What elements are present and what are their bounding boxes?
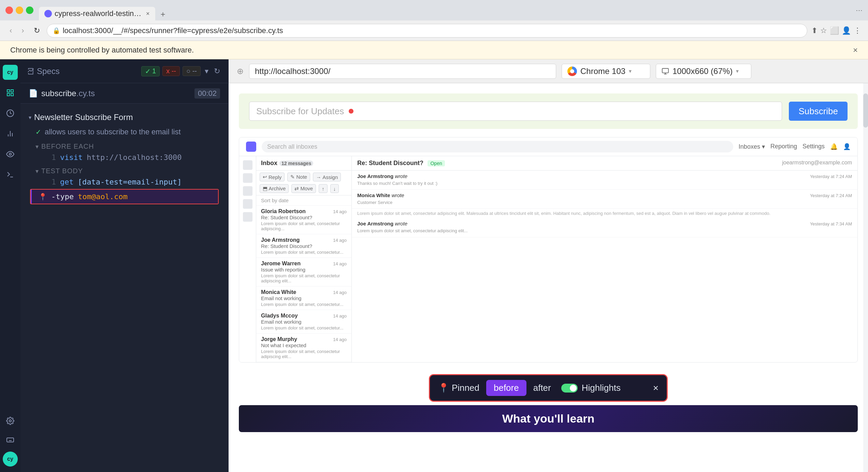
- test-content: ▾ Newsletter Subscribe Form ✓ allows use…: [20, 104, 228, 472]
- active-tab[interactable]: cypress-realworld-testing-cou ×: [39, 7, 155, 20]
- ec-icon-2[interactable]: [243, 173, 252, 183]
- ec-icon-1[interactable]: [243, 160, 252, 170]
- line-num-2: 1: [46, 178, 56, 186]
- before-button[interactable]: before: [486, 380, 526, 396]
- minimize-traffic-light[interactable]: [16, 6, 23, 14]
- move-action[interactable]: ⇄ Move: [291, 184, 316, 193]
- assign-action[interactable]: → Assign: [313, 173, 341, 181]
- pending-badge: ○ --: [183, 66, 201, 76]
- ec-thread-header: Re: Student Discount? Open joearmstrong@…: [352, 156, 857, 171]
- refresh-button[interactable]: ↻: [31, 25, 43, 36]
- ec-search[interactable]: Search all inboxes: [262, 141, 733, 152]
- inbox-item-1[interactable]: Joe Armstrong 14 ago Re: Student Discoun…: [256, 234, 351, 258]
- expand-button[interactable]: ⋯: [856, 6, 863, 14]
- inbox-item-5[interactable]: Jorge Murphy 14 ago Not what I expected …: [256, 334, 351, 362]
- menu-button[interactable]: ⋮: [854, 26, 861, 35]
- profile-button[interactable]: 👤: [842, 26, 851, 35]
- ec-icon-4[interactable]: [243, 199, 252, 209]
- active-line-container: 📍 -type tom@aol.com: [30, 189, 219, 204]
- inbox-count: 12 messages: [279, 161, 313, 166]
- pinned-close-button[interactable]: ×: [653, 383, 659, 394]
- get-keyword: get: [60, 178, 74, 186]
- highlights-toggle[interactable]: [561, 384, 578, 393]
- specs-label-text: Specs: [37, 67, 60, 76]
- info-bar: Chrome is being controlled by automated …: [0, 41, 868, 59]
- scrollbar-thumb[interactable]: [863, 93, 868, 128]
- cypress-logo: cy: [3, 65, 18, 80]
- ec-icon-3[interactable]: [243, 186, 252, 196]
- inbox-item-3-time: 14 ago: [333, 290, 347, 295]
- browser-selector[interactable]: Chrome 103 ▾: [562, 64, 650, 79]
- share-button[interactable]: ⬆: [811, 26, 818, 35]
- ec-nav-reporting[interactable]: Reporting: [770, 143, 797, 150]
- sidebar-item-stats[interactable]: [3, 126, 18, 141]
- resolution-dropdown-icon: ▾: [736, 68, 739, 74]
- resolution-selector[interactable]: 1000x660 (67%) ▾: [656, 64, 751, 79]
- sidebar-toggle-button[interactable]: ⬜: [830, 26, 839, 35]
- ec-profile-avatar[interactable]: 👤: [843, 143, 851, 150]
- scrollbar[interactable]: [863, 83, 868, 472]
- ec-thread: Re: Student Discount? Open joearmstrong@…: [352, 156, 857, 362]
- suite-chevron: ▾: [29, 114, 31, 121]
- down-action[interactable]: ↓: [330, 184, 339, 193]
- close-traffic-light[interactable]: [5, 6, 13, 14]
- subscribe-input[interactable]: Subscribe for Updates: [249, 102, 782, 121]
- maximize-traffic-light[interactable]: [26, 6, 33, 14]
- ec-icon-5[interactable]: [243, 212, 252, 222]
- monitor-icon: [662, 68, 669, 75]
- inbox-item-3-name: Monica White: [261, 289, 296, 295]
- svg-point-10: [9, 420, 11, 422]
- refresh-test-button[interactable]: ↻: [213, 65, 221, 77]
- suite-header: ▾ Newsletter Subscribe Form: [26, 109, 223, 126]
- reply-label: Reply: [269, 174, 281, 180]
- archive-action[interactable]: ⬒ Archive: [260, 184, 289, 193]
- inbox-item-2[interactable]: Jerome Warren 14 ago Issue with reportin…: [256, 258, 351, 286]
- inbox-item-3[interactable]: Monica White 14 ago Email not working Lo…: [256, 286, 351, 310]
- what-learn-section: What you'll learn: [239, 405, 858, 432]
- sidebar-item-settings[interactable]: [3, 413, 18, 428]
- sidebar-item-keyboard[interactable]: [3, 432, 18, 447]
- sidebar-item-watch[interactable]: [3, 147, 18, 162]
- assign-label: Assign: [322, 174, 338, 180]
- address-bar[interactable]: 🔒 localhost:3000/__/#/specs/runner?file=…: [47, 24, 807, 38]
- required-dot: [349, 109, 353, 114]
- ec-nav-items: Inboxes ▾ Reporting Settings 🔔 👤: [739, 143, 851, 150]
- subscribe-button[interactable]: Subscribe: [789, 102, 848, 121]
- nav-actions: ⬆ ☆ ⬜ 👤 ⋮: [811, 26, 861, 35]
- file-bar: 📄 subscribe .cy.ts 00:02: [20, 83, 228, 104]
- back-button[interactable]: ‹: [7, 25, 15, 36]
- sidebar-item-file[interactable]: [3, 167, 18, 182]
- ec-body: Inbox 12 messages ↩ Reply ✎ Note → Assig…: [239, 156, 857, 362]
- sidebar-item-runs[interactable]: [3, 106, 18, 121]
- after-button[interactable]: after: [533, 383, 551, 393]
- new-tab-button[interactable]: +: [157, 8, 170, 20]
- dropdown-button[interactable]: ▾: [203, 65, 210, 77]
- inbox-item-5-preview: Lorem ipsum dolor sit amet, consectetur …: [261, 349, 347, 359]
- info-close-button[interactable]: ×: [853, 45, 858, 55]
- ec-nav-inboxes[interactable]: Inboxes ▾: [739, 143, 765, 150]
- what-learn-text: What you'll learn: [502, 412, 595, 425]
- tab-close-button[interactable]: ×: [146, 10, 150, 17]
- ec-notification-bell[interactable]: 🔔: [830, 143, 838, 150]
- thread-email: joearmstrong@example.com: [782, 160, 852, 166]
- up-action[interactable]: ↑: [319, 184, 328, 193]
- note-action[interactable]: ✎ Note: [287, 173, 310, 181]
- ec-header: Search all inboxes Inboxes ▾ Reporting S…: [239, 137, 857, 156]
- forward-button[interactable]: ›: [19, 25, 27, 36]
- inbox-item-0[interactable]: Gloria Robertson 14 ago Re: Student Disc…: [256, 206, 351, 234]
- inbox-item-3-subject: Email not working: [261, 295, 347, 301]
- browser-preview: ⊕ http://localhost:3000/ Chrome 103 ▾ 10…: [229, 59, 868, 472]
- sidebar-item-dashboard[interactable]: [3, 85, 18, 100]
- svg-rect-17: [662, 68, 668, 73]
- ec-nav-settings[interactable]: Settings: [802, 143, 825, 150]
- type-keyword: -type: [51, 192, 74, 201]
- reply-action[interactable]: ↩ Reply: [260, 173, 285, 181]
- inbox-item-4-preview: Lorem ipsum dolor sit amet, consectetur.…: [261, 325, 347, 330]
- sidebar-item-cy-logo-bottom[interactable]: cy: [3, 452, 18, 467]
- inbox-item-4[interactable]: Gladys Mccoy 14 ago Email not working Lo…: [256, 310, 351, 334]
- preview-url-bar[interactable]: http://localhost:3000/: [249, 64, 556, 79]
- bookmark-button[interactable]: ☆: [820, 26, 827, 35]
- ec-inbox-header: Inbox 12 messages: [256, 156, 351, 171]
- pinned-bar: 📍 Pinned before after Highlights ×: [429, 374, 668, 402]
- ec-message-0: Joe Armstrong wrote Yesterday at 7:24 AM…: [352, 171, 857, 190]
